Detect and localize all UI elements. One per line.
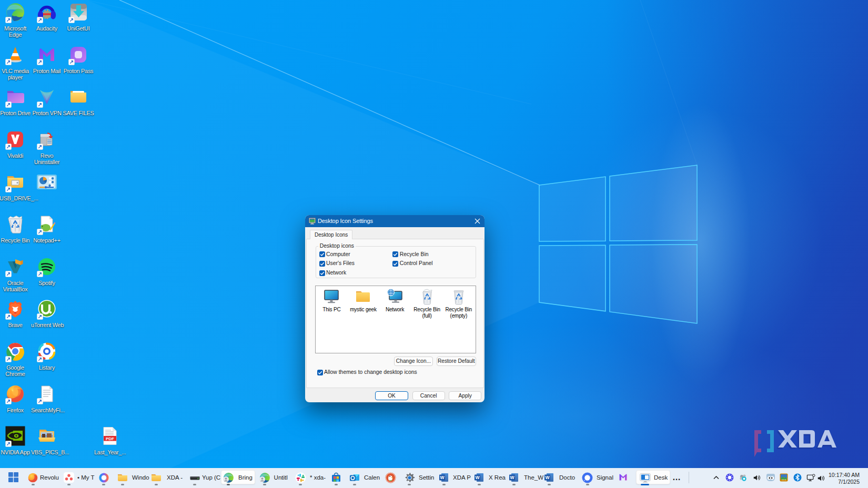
svg-text:W: W	[475, 475, 480, 480]
svg-text:W: W	[545, 475, 550, 480]
svg-text:W: W	[440, 475, 445, 480]
svg-text:W: W	[510, 475, 514, 480]
svg-text:PDF: PDF	[106, 436, 114, 441]
